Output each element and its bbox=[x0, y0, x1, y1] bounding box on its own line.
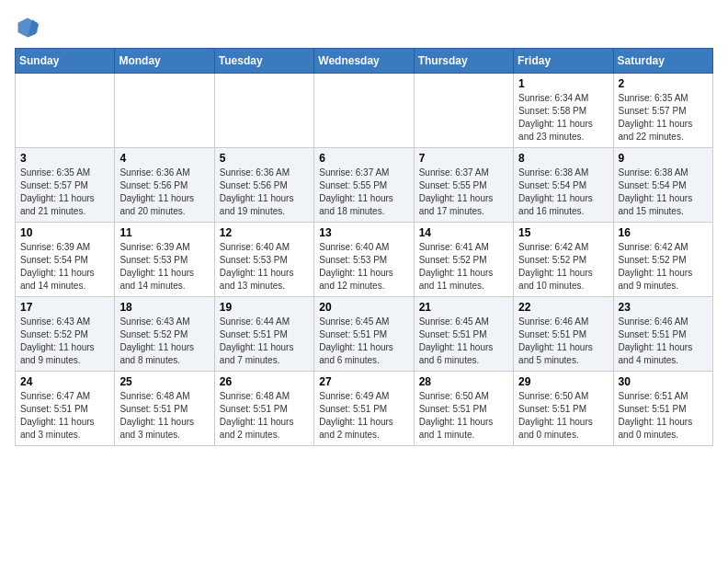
day-info: Sunrise: 6:40 AM Sunset: 5:53 PM Dayligh… bbox=[319, 241, 408, 293]
day-number: 20 bbox=[319, 301, 408, 314]
day-number: 28 bbox=[419, 375, 508, 388]
day-of-week-header: Sunday bbox=[16, 49, 115, 74]
calendar-day-cell: 25Sunrise: 6:48 AM Sunset: 5:51 PM Dayli… bbox=[115, 372, 214, 446]
day-info: Sunrise: 6:37 AM Sunset: 5:55 PM Dayligh… bbox=[319, 167, 408, 218]
day-info: Sunrise: 6:39 AM Sunset: 5:53 PM Dayligh… bbox=[119, 241, 209, 293]
day-number: 4 bbox=[119, 152, 209, 165]
day-info: Sunrise: 6:36 AM Sunset: 5:56 PM Dayligh… bbox=[119, 167, 209, 218]
calendar-day-cell: 4Sunrise: 6:36 AM Sunset: 5:56 PM Daylig… bbox=[115, 148, 214, 223]
calendar-day-cell: 17Sunrise: 6:43 AM Sunset: 5:52 PM Dayli… bbox=[16, 297, 115, 372]
day-number: 8 bbox=[518, 152, 608, 165]
calendar-table: SundayMondayTuesdayWednesdayThursdayFrid… bbox=[15, 48, 713, 446]
day-number: 29 bbox=[518, 375, 608, 388]
day-info: Sunrise: 6:35 AM Sunset: 5:57 PM Dayligh… bbox=[619, 92, 708, 144]
day-number: 9 bbox=[619, 152, 708, 165]
calendar-day-cell: 21Sunrise: 6:45 AM Sunset: 5:51 PM Dayli… bbox=[414, 297, 513, 372]
day-info: Sunrise: 6:35 AM Sunset: 5:57 PM Dayligh… bbox=[20, 167, 109, 218]
calendar-day-cell: 28Sunrise: 6:50 AM Sunset: 5:51 PM Dayli… bbox=[414, 372, 513, 446]
day-info: Sunrise: 6:38 AM Sunset: 5:54 PM Dayligh… bbox=[619, 167, 708, 218]
calendar-day-cell: 12Sunrise: 6:40 AM Sunset: 5:53 PM Dayli… bbox=[214, 223, 313, 297]
day-number: 7 bbox=[419, 152, 508, 165]
day-number: 22 bbox=[518, 301, 608, 314]
day-info: Sunrise: 6:51 AM Sunset: 5:51 PM Dayligh… bbox=[619, 390, 708, 442]
calendar-day-cell: 2Sunrise: 6:35 AM Sunset: 5:57 PM Daylig… bbox=[613, 74, 712, 148]
day-info: Sunrise: 6:44 AM Sunset: 5:51 PM Dayligh… bbox=[220, 316, 309, 367]
calendar-week-row: 3Sunrise: 6:35 AM Sunset: 5:57 PM Daylig… bbox=[16, 148, 713, 223]
day-number: 21 bbox=[419, 301, 508, 314]
calendar-day-cell: 14Sunrise: 6:41 AM Sunset: 5:52 PM Dayli… bbox=[414, 223, 513, 297]
day-number: 12 bbox=[220, 226, 309, 239]
calendar-day-cell: 27Sunrise: 6:49 AM Sunset: 5:51 PM Dayli… bbox=[314, 372, 414, 446]
day-number: 14 bbox=[419, 226, 508, 239]
day-info: Sunrise: 6:47 AM Sunset: 5:51 PM Dayligh… bbox=[20, 390, 109, 442]
day-info: Sunrise: 6:37 AM Sunset: 5:55 PM Dayligh… bbox=[419, 167, 508, 218]
calendar-week-row: 17Sunrise: 6:43 AM Sunset: 5:52 PM Dayli… bbox=[16, 297, 713, 372]
day-info: Sunrise: 6:34 AM Sunset: 5:58 PM Dayligh… bbox=[518, 92, 608, 144]
day-number: 13 bbox=[319, 226, 408, 239]
day-info: Sunrise: 6:43 AM Sunset: 5:52 PM Dayligh… bbox=[20, 316, 109, 367]
calendar-body: 1Sunrise: 6:34 AM Sunset: 5:58 PM Daylig… bbox=[16, 74, 713, 446]
day-number: 23 bbox=[619, 301, 708, 314]
day-info: Sunrise: 6:50 AM Sunset: 5:51 PM Dayligh… bbox=[419, 390, 508, 442]
calendar-day-cell: 16Sunrise: 6:42 AM Sunset: 5:52 PM Dayli… bbox=[613, 223, 712, 297]
calendar-day-cell: 24Sunrise: 6:47 AM Sunset: 5:51 PM Dayli… bbox=[16, 372, 115, 446]
day-of-week-header: Wednesday bbox=[314, 49, 414, 74]
calendar-day-cell: 1Sunrise: 6:34 AM Sunset: 5:58 PM Daylig… bbox=[514, 74, 613, 148]
calendar-day-cell: 15Sunrise: 6:42 AM Sunset: 5:52 PM Dayli… bbox=[514, 223, 613, 297]
calendar-day-cell: 13Sunrise: 6:40 AM Sunset: 5:53 PM Dayli… bbox=[314, 223, 414, 297]
day-number: 24 bbox=[20, 375, 109, 388]
calendar-day-cell: 22Sunrise: 6:46 AM Sunset: 5:51 PM Dayli… bbox=[514, 297, 613, 372]
calendar-day-cell: 18Sunrise: 6:43 AM Sunset: 5:52 PM Dayli… bbox=[115, 297, 214, 372]
days-of-week-row: SundayMondayTuesdayWednesdayThursdayFrid… bbox=[16, 49, 713, 74]
day-info: Sunrise: 6:48 AM Sunset: 5:51 PM Dayligh… bbox=[119, 390, 209, 442]
calendar-day-cell: 11Sunrise: 6:39 AM Sunset: 5:53 PM Dayli… bbox=[115, 223, 214, 297]
calendar-day-cell: 9Sunrise: 6:38 AM Sunset: 5:54 PM Daylig… bbox=[613, 148, 712, 223]
day-info: Sunrise: 6:38 AM Sunset: 5:54 PM Dayligh… bbox=[518, 167, 608, 218]
day-number: 11 bbox=[119, 226, 209, 239]
day-number: 6 bbox=[319, 152, 408, 165]
day-of-week-header: Tuesday bbox=[214, 49, 313, 74]
calendar-day-cell: 6Sunrise: 6:37 AM Sunset: 5:55 PM Daylig… bbox=[314, 148, 414, 223]
logo bbox=[15, 15, 44, 40]
calendar-week-row: 24Sunrise: 6:47 AM Sunset: 5:51 PM Dayli… bbox=[16, 372, 713, 446]
day-number: 2 bbox=[619, 77, 708, 90]
calendar-week-row: 10Sunrise: 6:39 AM Sunset: 5:54 PM Dayli… bbox=[16, 223, 713, 297]
calendar-day-cell: 26Sunrise: 6:48 AM Sunset: 5:51 PM Dayli… bbox=[214, 372, 313, 446]
day-info: Sunrise: 6:41 AM Sunset: 5:52 PM Dayligh… bbox=[419, 241, 508, 293]
day-number: 3 bbox=[20, 152, 109, 165]
day-of-week-header: Thursday bbox=[414, 49, 513, 74]
calendar-day-cell bbox=[214, 74, 313, 148]
day-number: 10 bbox=[20, 226, 109, 239]
day-info: Sunrise: 6:36 AM Sunset: 5:56 PM Dayligh… bbox=[220, 167, 309, 218]
day-info: Sunrise: 6:42 AM Sunset: 5:52 PM Dayligh… bbox=[619, 241, 708, 293]
calendar-day-cell: 10Sunrise: 6:39 AM Sunset: 5:54 PM Dayli… bbox=[16, 223, 115, 297]
calendar-day-cell: 23Sunrise: 6:46 AM Sunset: 5:51 PM Dayli… bbox=[613, 297, 712, 372]
day-number: 27 bbox=[319, 375, 408, 388]
day-number: 26 bbox=[220, 375, 309, 388]
day-number: 30 bbox=[619, 375, 708, 388]
day-number: 5 bbox=[220, 152, 309, 165]
day-info: Sunrise: 6:43 AM Sunset: 5:52 PM Dayligh… bbox=[119, 316, 209, 367]
day-number: 18 bbox=[119, 301, 209, 314]
day-info: Sunrise: 6:50 AM Sunset: 5:51 PM Dayligh… bbox=[518, 390, 608, 442]
calendar-day-cell bbox=[414, 74, 513, 148]
day-number: 1 bbox=[518, 77, 608, 90]
calendar-header: SundayMondayTuesdayWednesdayThursdayFrid… bbox=[16, 49, 713, 74]
day-info: Sunrise: 6:46 AM Sunset: 5:51 PM Dayligh… bbox=[619, 316, 708, 367]
day-info: Sunrise: 6:42 AM Sunset: 5:52 PM Dayligh… bbox=[518, 241, 608, 293]
calendar-week-row: 1Sunrise: 6:34 AM Sunset: 5:58 PM Daylig… bbox=[16, 74, 713, 148]
day-of-week-header: Saturday bbox=[613, 49, 712, 74]
calendar-day-cell: 5Sunrise: 6:36 AM Sunset: 5:56 PM Daylig… bbox=[214, 148, 313, 223]
calendar-day-cell: 29Sunrise: 6:50 AM Sunset: 5:51 PM Dayli… bbox=[514, 372, 613, 446]
day-info: Sunrise: 6:40 AM Sunset: 5:53 PM Dayligh… bbox=[220, 241, 309, 293]
logo-icon bbox=[15, 15, 40, 40]
calendar-day-cell: 8Sunrise: 6:38 AM Sunset: 5:54 PM Daylig… bbox=[514, 148, 613, 223]
day-number: 17 bbox=[20, 301, 109, 314]
calendar-day-cell: 3Sunrise: 6:35 AM Sunset: 5:57 PM Daylig… bbox=[16, 148, 115, 223]
day-number: 16 bbox=[619, 226, 708, 239]
day-info: Sunrise: 6:46 AM Sunset: 5:51 PM Dayligh… bbox=[518, 316, 608, 367]
day-info: Sunrise: 6:45 AM Sunset: 5:51 PM Dayligh… bbox=[419, 316, 508, 367]
page-header bbox=[15, 15, 713, 40]
calendar-day-cell: 20Sunrise: 6:45 AM Sunset: 5:51 PM Dayli… bbox=[314, 297, 414, 372]
day-info: Sunrise: 6:45 AM Sunset: 5:51 PM Dayligh… bbox=[319, 316, 408, 367]
